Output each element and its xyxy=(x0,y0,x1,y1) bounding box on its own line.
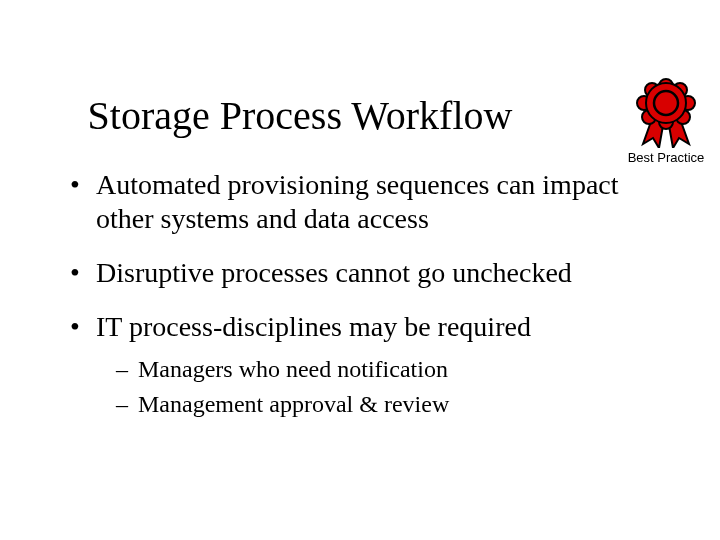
svg-point-11 xyxy=(654,91,678,115)
award-ribbon-icon xyxy=(626,78,706,148)
sub-bullet-list: Managers who need notification Managemen… xyxy=(96,355,660,420)
bullet-list: Automated provisioning sequences can imp… xyxy=(68,168,660,419)
bullet-text: Disruptive processes cannot go unchecked xyxy=(96,257,572,288)
sub-bullet-text: Managers who need notification xyxy=(138,356,448,382)
slide-title: Storage Process Workflow xyxy=(0,92,600,139)
bullet-item: Automated provisioning sequences can imp… xyxy=(68,168,660,236)
slide-body: Automated provisioning sequences can imp… xyxy=(68,168,660,439)
bullet-item: IT process-disciplines may be required M… xyxy=(68,310,660,419)
bullet-text: IT process-disciplines may be required xyxy=(96,311,531,342)
bullet-item: Disruptive processes cannot go unchecked xyxy=(68,256,660,290)
sub-bullet-item: Managers who need notification xyxy=(116,355,660,384)
slide: Storage Process Workflow xyxy=(0,0,720,540)
sub-bullet-text: Management approval & review xyxy=(138,391,449,417)
bullet-text: Automated provisioning sequences can imp… xyxy=(96,169,619,234)
badge-label: Best Practice xyxy=(626,150,706,165)
sub-bullet-item: Management approval & review xyxy=(116,390,660,419)
